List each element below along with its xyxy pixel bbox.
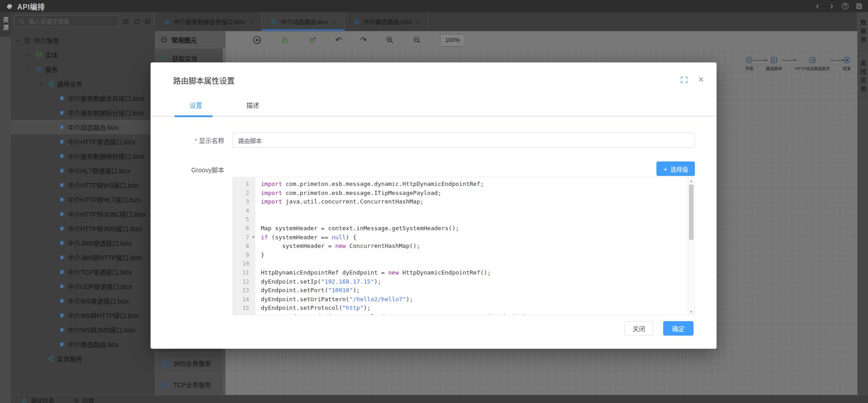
caret-down-icon[interactable]: ▾: [26, 67, 33, 72]
caret-right-icon[interactable]: ▸: [26, 52, 33, 57]
tree-item[interactable]: 中介HL7穿透接口.bizx: [11, 163, 155, 178]
tree-item[interactable]: 中介服务数据合并接口.bizx: [11, 91, 155, 105]
chevron-right-icon[interactable]: [828, 3, 835, 9]
gutter-line-number: 1: [233, 180, 249, 189]
palette-item-label: JMS业务服务: [173, 359, 211, 368]
tree-item[interactable]: 中介UDP穿透接口.bizx: [11, 279, 155, 294]
tree-item[interactable]: 中介静态路由.bizx: [11, 337, 155, 351]
file-tab[interactable]: 中介静态路由.bizx×: [345, 12, 428, 31]
editor-scrollbar[interactable]: ▲ ▼: [688, 177, 694, 315]
file-tab[interactable]: 中介动态路由.bizx×: [262, 12, 345, 31]
tree-item[interactable]: 中介动态路由.bizx: [11, 120, 155, 134]
code-line: dyEndpoint.setProtocol("http");: [261, 303, 688, 313]
caret-down-icon[interactable]: ▾: [14, 38, 21, 43]
scroll-down-arrow[interactable]: ▼: [688, 308, 694, 315]
palette-bottom-items: JMSJMS业务服务TCPTCP业务服务: [155, 352, 225, 395]
service-gear-icon: [270, 18, 277, 25]
tree-item[interactable]: 中介HTTP转HL7接口.bizx: [11, 192, 155, 207]
zoom-level-select[interactable]: 100%: [440, 34, 466, 47]
flow-node[interactable]: 路由脚本: [766, 56, 782, 71]
editor-code[interactable]: import com.primeton.esb.message.dynamic.…: [255, 177, 688, 315]
dialog-tab[interactable]: 描述: [246, 100, 303, 109]
statusbar-item-label: 调试信息: [31, 396, 54, 403]
tree-item[interactable]: 中介HTTP转JDBC接口.bizx: [11, 207, 155, 221]
dock-tab-数据源[interactable]: 数据源: [858, 12, 868, 53]
bizx-file-icon: [59, 211, 65, 217]
scroll-up-arrow[interactable]: ▲: [688, 177, 694, 184]
bizx-file-icon: [59, 327, 65, 333]
tree-item[interactable]: 中介JMS穿透接口.bizx: [11, 236, 155, 250]
tab-close-icon[interactable]: ×: [333, 19, 336, 25]
debug-bug-icon[interactable]: [280, 36, 289, 45]
tree-item[interactable]: 中介WS穿透接口.bizx: [11, 294, 155, 308]
tree-item[interactable]: 中介WS转JMS接口.bizx: [11, 322, 155, 337]
search-box[interactable]: [14, 15, 119, 27]
zoom-in-icon[interactable]: [386, 36, 394, 44]
tree-item-label: 中介HTTP转HL7接口.bizx: [68, 195, 141, 204]
statusbar-item[interactable]: 问题: [72, 396, 94, 403]
flow-node[interactable]: 开始: [745, 56, 753, 71]
close-button[interactable]: 关闭: [624, 321, 653, 336]
flow-node-label: 路由脚本: [766, 66, 782, 71]
tree-item[interactable]: 中介HTTP穿透接口.bizx: [11, 134, 155, 149]
code-line: import com.primeton.esb.message.ITipMess…: [261, 189, 688, 198]
debug-step-icon[interactable]: [308, 36, 317, 45]
fold-caret-icon[interactable]: ▼: [252, 233, 255, 242]
dock-tab-resources[interactable]: 资源: [0, 12, 11, 37]
resource-sidebar: ▾中介服务▸实体▾服务▾通用业务中介服务数据合并接口.bizx中介服务数据拆分接…: [11, 12, 155, 395]
statusbar-item[interactable]: 调试信息: [21, 396, 54, 403]
status-bar: 调试信息问题: [11, 395, 868, 403]
undo-icon[interactable]: ↶: [335, 36, 342, 44]
plus-icon: +: [663, 166, 667, 172]
display-name-label: *显示名称: [173, 136, 224, 145]
tree-item[interactable]: ▾通用业务: [11, 76, 155, 91]
tab-close-icon[interactable]: ×: [250, 19, 253, 25]
gutter-line-number: 5: [233, 215, 249, 224]
confirm-button[interactable]: 确定: [663, 321, 693, 336]
dock-tab-离线资源[interactable]: 离线资源: [858, 53, 868, 102]
bizx-file-icon: [59, 269, 65, 275]
redo-icon[interactable]: ↷: [360, 36, 367, 44]
tree-item[interactable]: 实体服务: [11, 351, 155, 366]
tree-item[interactable]: 中介WS转HTTP接口.bizx: [11, 308, 155, 322]
tree-item[interactable]: 中介HTTP转WS接口.bizx: [11, 178, 155, 192]
tree-item-label: 中介动态路由.bizx: [68, 123, 119, 132]
search-input[interactable]: [28, 18, 115, 25]
right-dock-strip: 数据源离线资源: [857, 12, 868, 403]
file-tab[interactable]: 中介服务数据合并接口.bizx×: [155, 12, 262, 31]
palette-item[interactable]: JMSJMS业务服务: [155, 352, 225, 374]
zoom-out-icon[interactable]: [413, 36, 421, 44]
run-icon[interactable]: [252, 35, 262, 45]
display-name-input[interactable]: [232, 133, 695, 148]
scroll-thumb[interactable]: [689, 185, 693, 240]
chevron-left-icon[interactable]: [815, 3, 821, 9]
close-icon[interactable]: ×: [698, 75, 704, 85]
flow-node[interactable]: HTTP动态路由服务: [795, 56, 830, 71]
save-icon[interactable]: [856, 3, 863, 9]
dock-tab-label: 数据源: [859, 19, 867, 45]
tree-item[interactable]: 中介TCP穿透接口.bizx: [11, 265, 155, 279]
dialog-tab[interactable]: 设置: [189, 100, 246, 109]
code-line: import java.util.concurrent.ConcurrentHa…: [261, 197, 688, 206]
refresh-icon[interactable]: [133, 18, 140, 25]
tree-item[interactable]: 中介JMS转HTTP接口.bizx: [11, 250, 155, 265]
help-icon[interactable]: ?: [842, 3, 849, 9]
tree-item[interactable]: ▸实体: [11, 47, 155, 62]
export-doc-icon[interactable]: [123, 18, 129, 25]
tree-item[interactable]: ▾服务: [11, 62, 155, 76]
bizx-file-icon: [59, 109, 65, 116]
code-editor[interactable]: 1234567▼8910111213141516 import com.prim…: [232, 177, 695, 315]
palette-item-label: 获取实体: [172, 54, 198, 63]
dialog-tabs-track: [151, 115, 717, 117]
palette-header[interactable]: 常用图元: [155, 31, 225, 48]
tree-item[interactable]: ▾中介服务: [11, 33, 155, 47]
tree-item[interactable]: 中介服务数据映射接口.bizx: [11, 149, 155, 163]
palette-item[interactable]: TCPTCP业务服务: [155, 374, 225, 395]
select-value-button[interactable]: + 选择值: [656, 161, 695, 176]
fullscreen-icon[interactable]: [680, 76, 688, 84]
tree-item[interactable]: 中介HTTP转JMS接口.bizx: [11, 221, 155, 236]
caret-down-icon[interactable]: ▾: [38, 81, 44, 86]
tree-item[interactable]: 中介服务数据拆分接口.bizx: [11, 105, 155, 120]
tab-close-icon[interactable]: ×: [416, 19, 420, 25]
collapse-all-icon[interactable]: [144, 18, 151, 25]
